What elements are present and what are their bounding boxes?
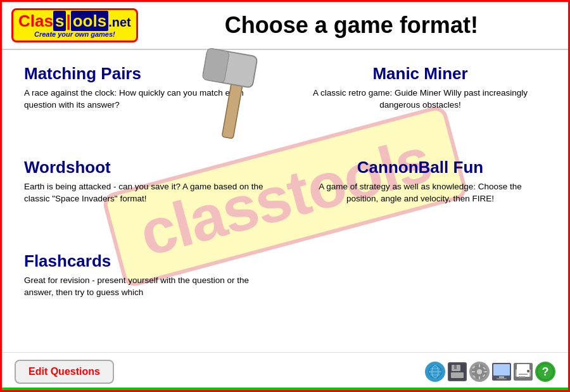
wordshoot-title[interactable]: Wordshoot xyxy=(24,158,276,177)
game-grid: Matching Pairs A race against the clock:… xyxy=(2,50,568,344)
edit-questions-button[interactable]: Edit Questions xyxy=(15,360,114,384)
logo-text: Class|ools.net xyxy=(18,13,131,29)
svg-rect-16 xyxy=(472,371,475,372)
gear-icon[interactable] xyxy=(469,362,490,382)
logo-tagline: Create your own games! xyxy=(34,30,115,38)
game-item-manic-miner[interactable]: Manic Miner A classic retro game: Guide … xyxy=(285,56,555,150)
cannonball-fun-desc: A game of strategy as well as knowledge:… xyxy=(304,181,536,205)
svg-rect-29 xyxy=(517,368,529,377)
svg-rect-31 xyxy=(519,376,525,377)
svg-rect-25 xyxy=(497,378,507,379)
print-icon[interactable] xyxy=(514,363,533,381)
svg-rect-24 xyxy=(499,376,504,378)
game-item-wordshoot[interactable]: Wordshoot Earth is being attacked - can … xyxy=(15,150,285,244)
game-item-cannonball-fun[interactable]: CannonBall Fun A game of strategy as wel… xyxy=(285,150,555,244)
svg-rect-10 xyxy=(454,365,457,369)
green-bar xyxy=(2,388,568,390)
svg-rect-15 xyxy=(479,376,480,379)
help-icon[interactable]: ? xyxy=(535,362,555,382)
toolbar-icons: ? xyxy=(425,362,555,382)
game-item-flashcards[interactable]: Flashcards Great for revision - present … xyxy=(15,244,285,338)
logo[interactable]: Class|ools.net Create your own games! xyxy=(11,8,138,42)
svg-rect-14 xyxy=(479,364,480,367)
globe-icon[interactable] xyxy=(425,362,445,382)
matching-pairs-title[interactable]: Matching Pairs xyxy=(24,64,276,84)
manic-miner-title[interactable]: Manic Miner xyxy=(304,64,536,84)
svg-rect-30 xyxy=(519,374,528,375)
flashcards-desc: Great for revision - present yourself wi… xyxy=(24,275,276,299)
svg-point-32 xyxy=(527,370,529,372)
svg-rect-23 xyxy=(493,364,510,376)
svg-rect-11 xyxy=(451,372,464,378)
bottom-bar: Edit Questions xyxy=(2,352,568,390)
game-item-matching-pairs[interactable]: Matching Pairs A race against the clock:… xyxy=(15,56,285,150)
matching-pairs-desc: A race against the clock: How quickly ca… xyxy=(24,87,276,111)
cannonball-fun-title[interactable]: CannonBall Fun xyxy=(304,158,536,177)
svg-point-13 xyxy=(477,369,482,374)
page-title: Choose a game format! xyxy=(144,12,559,39)
save-icon[interactable] xyxy=(448,362,467,381)
svg-text:?: ? xyxy=(542,365,549,378)
manic-miner-desc: A classic retro game: Guide Miner Willy … xyxy=(304,87,536,111)
monitor-icon[interactable] xyxy=(492,363,511,381)
svg-rect-17 xyxy=(484,371,487,372)
flashcards-title[interactable]: Flashcards xyxy=(24,251,276,271)
wordshoot-desc: Earth is being attacked - can you save i… xyxy=(24,181,276,205)
header: Class|ools.net Create your own games! Ch… xyxy=(2,2,568,50)
